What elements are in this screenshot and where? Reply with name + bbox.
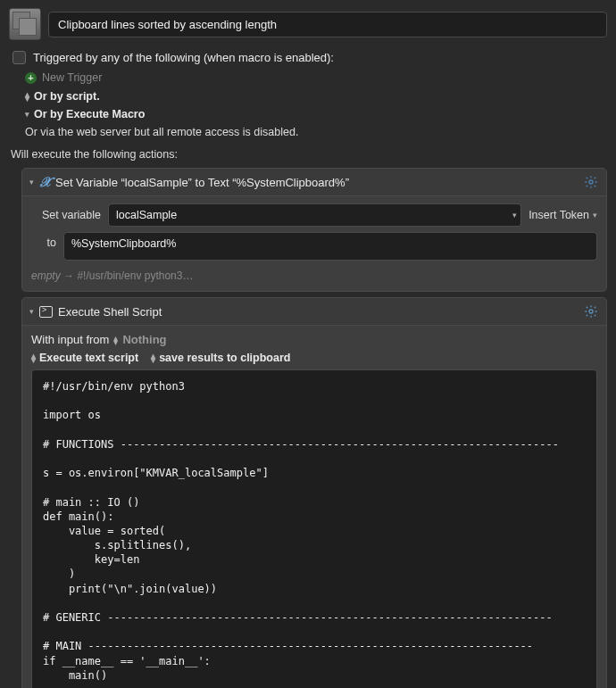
triggered-label: Triggered by any of the following (when … xyxy=(33,51,334,64)
macro-title-input[interactable] xyxy=(48,12,607,37)
new-trigger-label: New Trigger xyxy=(42,71,102,84)
action-set-variable: ▾ 𝒳 Set Variable “localSample” to Text “… xyxy=(21,168,607,292)
updown-icon[interactable]: ▴▾ xyxy=(113,336,118,344)
or-by-script-row[interactable]: ▴▾ Or by script. xyxy=(0,87,616,105)
variable-hint: empty → #!/usr/bin/env python3… xyxy=(31,266,597,282)
gear-icon[interactable] xyxy=(583,303,599,319)
updown-icon: ▴▾ xyxy=(31,353,36,362)
action-title: Execute Shell Script xyxy=(58,305,162,319)
with-input-value[interactable]: Nothing xyxy=(122,333,166,346)
to-label: to xyxy=(31,232,56,249)
gear-icon[interactable] xyxy=(583,174,599,190)
with-input-label: With input from xyxy=(31,333,109,346)
variable-dropdown-caret[interactable]: ▾ xyxy=(505,203,521,227)
chevron-down-icon: ▾ xyxy=(593,211,597,220)
or-by-script-label: Or by script. xyxy=(34,90,100,103)
chevron-down-icon[interactable]: ▾ xyxy=(29,307,34,316)
app-icon xyxy=(9,8,41,40)
set-variable-label: Set variable xyxy=(31,209,101,221)
action-title: Set Variable “localSample” to Text “%Sys… xyxy=(55,176,349,189)
triggered-checkbox[interactable] xyxy=(12,51,26,64)
or-web-server-label: Or via the web server but all remote acc… xyxy=(0,123,616,141)
script-textarea[interactable]: #!/usr/bin/env python3 import os # FUNCT… xyxy=(31,369,597,688)
action-execute-shell: ▾ Execute Shell Script With input from ▴… xyxy=(21,297,607,688)
execute-mode-select[interactable]: ▴▾ Execute text script xyxy=(31,352,138,364)
plus-icon: + xyxy=(25,72,37,84)
updown-icon: ▴▾ xyxy=(25,92,29,101)
chevron-down-icon[interactable]: ▾ xyxy=(29,178,34,187)
will-execute-label: Will execute the following actions: xyxy=(0,141,616,166)
save-results-select[interactable]: ▴▾ save results to clipboard xyxy=(151,352,290,364)
variable-icon: 𝒳 xyxy=(39,175,50,190)
svg-point-0 xyxy=(589,180,593,184)
svg-point-1 xyxy=(589,310,593,313)
new-trigger-button[interactable]: + New Trigger xyxy=(0,68,616,87)
to-value-input[interactable]: %SystemClipboard% xyxy=(63,232,597,261)
or-by-execute-row[interactable]: ▾ Or by Execute Macro xyxy=(0,105,616,123)
terminal-icon xyxy=(39,306,53,318)
updown-icon: ▴▾ xyxy=(151,353,155,362)
variable-name-input[interactable] xyxy=(108,203,509,227)
chevron-down-icon: ▾ xyxy=(25,110,29,119)
insert-token-button[interactable]: Insert Token ▾ xyxy=(529,209,597,221)
or-by-execute-label: Or by Execute Macro xyxy=(34,108,145,120)
